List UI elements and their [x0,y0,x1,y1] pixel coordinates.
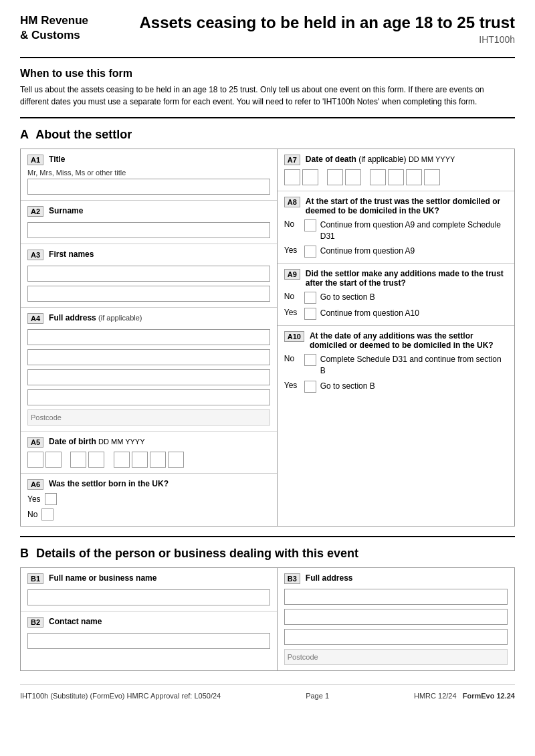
input-a4-addr3[interactable] [27,369,270,385]
section-a-divider [20,117,515,118]
a10-yes-box[interactable] [304,381,316,393]
a8-no-row: No Continue from question A9 and complet… [284,219,508,242]
field-num-a8: A8 [284,197,300,207]
a6-yes-label: Yes [27,494,41,504]
field-b1: B1 Full name or business name [21,568,277,611]
input-a1-title[interactable] [27,179,270,195]
field-a8: A8 At the start of the trust was the set… [278,191,514,264]
field-b3: B3 Full address [278,568,514,670]
a9-yes-box[interactable] [304,308,316,320]
field-a4: A4 Full address (if applicable) [21,308,277,432]
dob-yyyy4[interactable] [168,452,184,468]
dob-format: DD MM YYYY [98,438,144,446]
a9-no-row: No Go to section B [284,292,508,304]
field-label-a1: Title [49,155,65,164]
dod-boxes [284,169,508,185]
section-a-form: A1 Title Mr, Mrs, Miss, Ms or other titl… [20,149,515,527]
dod-yyyy2[interactable] [388,169,404,185]
field-label-a2: Surname [49,206,83,215]
field-num-a9: A9 [284,269,300,280]
field-b2: B2 Contact name [21,611,277,654]
a9-yes-row: Yes Continue from question A10 [284,308,508,320]
a8-no-box[interactable] [304,219,316,231]
field-a6: A6 Was the settlor born in the UK? Yes N… [21,474,277,526]
field-label-b1: Full name or business name [49,573,156,583]
input-a4-addr1[interactable] [27,329,270,345]
a10-no-box[interactable] [304,354,316,366]
input-b3-addr3[interactable] [284,629,508,645]
field-label-b3: Full address [306,573,353,583]
a6-no-row: No [27,508,270,521]
dod-dd2[interactable] [302,169,318,185]
input-b3-addr1[interactable] [284,589,508,605]
field-label-a8: At the start of the trust was the settlo… [306,197,508,215]
address-a4 [27,327,270,426]
when-body: Tell us about the assets ceasing to be h… [20,84,515,108]
input-b3-addr2[interactable] [284,609,508,625]
a10-no-label: No [284,354,300,363]
input-b1[interactable] [27,589,270,605]
a6-no-box[interactable] [41,508,54,521]
field-num-a10: A10 [284,331,304,342]
field-label-b2: Contact name [49,617,102,626]
dob-yyyy3[interactable] [150,452,166,468]
section-b-header: B Details of the person or business deal… [20,547,515,561]
a9-yes-text: Continue from question A10 [320,308,419,319]
dob-dd1[interactable] [27,452,43,468]
dod-dd1[interactable] [284,169,300,185]
a8-yes-box[interactable] [304,246,316,258]
dod-format: DD MM YYYY [409,155,455,163]
dob-dd2[interactable] [45,452,62,468]
field-num-a5: A5 [27,437,43,448]
a9-no-text: Go to section B [320,292,375,303]
a9-no-label: No [284,292,300,301]
dod-yyyy4[interactable] [424,169,440,185]
field-a1: A1 Title Mr, Mrs, Miss, Ms or other titl… [21,149,277,201]
field-label-a6: Was the settlor born in the UK? [49,479,169,488]
input-b3-postcode[interactable] [284,649,508,665]
section-a-right: A7 Date of death (if applicable) DD MM Y… [278,149,514,526]
field-num-b2: B2 [27,617,43,628]
a10-no-row: No Complete Schedule D31 and continue fr… [284,354,508,377]
section-a-header: A About the settlor [20,128,515,142]
a6-yes-box[interactable] [45,493,57,505]
input-a3-firstname-1[interactable] [27,266,270,282]
input-a4-addr4[interactable] [27,389,270,405]
a8-yes-label: Yes [284,246,300,255]
input-a4-addr2[interactable] [27,349,270,365]
form-title: Assets ceasing to be held in an age 18 t… [139,13,515,33]
a8-yes-text: Continue from question A9 [320,246,415,257]
a8-no-label: No [284,219,300,229]
dob-boxes [27,452,270,468]
a10-yes-text: Go to section B [320,381,375,392]
footer-left: IHT100h (Substitute) (FormEvo) HMRC Appr… [20,692,221,700]
input-a3-firstname-2[interactable] [27,286,270,302]
field-num-b3: B3 [284,573,300,584]
footer-right: HMRC 12/24 FormEvo 12.24 [414,692,515,700]
field-num-a7: A7 [284,155,300,165]
dob-mm1[interactable] [70,452,86,468]
a6-no-label: No [27,510,37,519]
dod-yyyy1[interactable] [370,169,386,185]
dod-mm2[interactable] [345,169,361,185]
dob-yyyy1[interactable] [114,452,130,468]
input-b2[interactable] [27,633,270,649]
address-b3 [284,587,508,665]
field-a2: A2 Surname [21,201,277,244]
field-num-b1: B1 [27,573,43,584]
field-label-a7: Date of death (if applicable) DD MM YYYY [306,155,455,164]
field-label-a5: Date of birth DD MM YYYY [49,437,144,446]
dob-yyyy2[interactable] [132,452,148,468]
field-num-a1: A1 [27,155,43,165]
a10-yes-label: Yes [284,381,300,390]
dod-mm1[interactable] [327,169,343,185]
field-num-a4: A4 [27,313,43,324]
dod-yyyy3[interactable] [406,169,422,185]
field-a3: A3 First names [21,244,277,308]
dob-mm2[interactable] [88,452,104,468]
input-a2-surname[interactable] [27,222,270,238]
input-a4-postcode[interactable] [27,409,270,426]
header-divider [20,57,515,58]
section-b-divider [20,536,515,537]
a9-no-box[interactable] [304,292,316,304]
